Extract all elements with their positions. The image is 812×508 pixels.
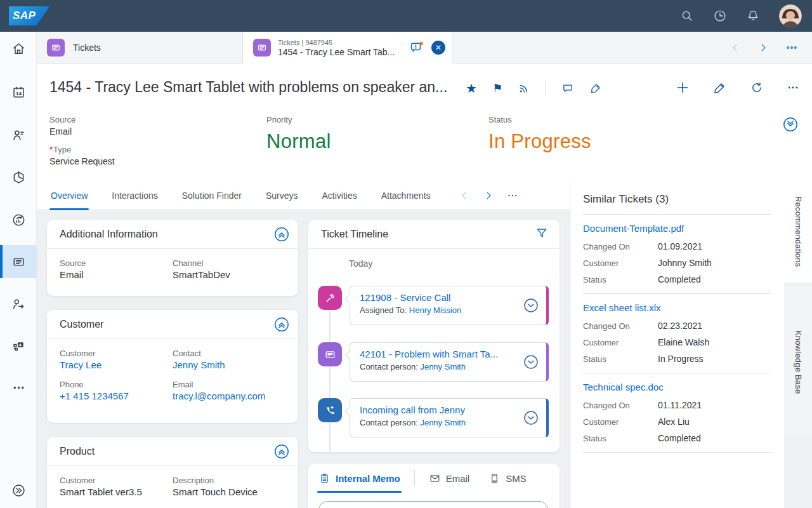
chat-icon[interactable] xyxy=(561,82,574,95)
row-value: Completed xyxy=(658,274,701,284)
priority-value: Normal xyxy=(266,130,331,153)
row-label: Status xyxy=(583,434,658,443)
tab-scroll-left-icon[interactable] xyxy=(730,42,741,53)
flag-icon[interactable]: ⚑ xyxy=(492,82,502,95)
collapse-card-button[interactable] xyxy=(273,316,290,333)
timeline-sub-link[interactable]: Jenny Smith xyxy=(420,362,466,371)
field-label: Contact xyxy=(173,349,285,358)
tab-surveys[interactable]: Surveys xyxy=(266,181,298,210)
row-label: Customer xyxy=(583,258,658,268)
field-label: Description xyxy=(173,476,285,485)
chevron-down-icon[interactable] xyxy=(523,297,539,314)
sidebar-item-home[interactable] xyxy=(0,32,37,65)
card-title: Product xyxy=(60,446,95,457)
sidebar-item-tickets[interactable] xyxy=(0,245,37,278)
rail-tab-recommendations[interactable]: Recommendations xyxy=(784,181,812,283)
tab-attachments[interactable]: Attachments xyxy=(381,181,431,210)
timeline-item-link[interactable]: 121908 - Service Call xyxy=(360,292,521,303)
object-header: 1454 - Tracy Lee Smart Tablet with probl… xyxy=(37,64,812,181)
tab-ticket-1454[interactable]: Tickets | 9487945 1454 - Tracy Lee Smart… xyxy=(243,32,452,64)
app-window: Overview Interactions Solution Finder Su… xyxy=(0,0,812,508)
row-value: In Progress xyxy=(658,354,704,364)
timeline-item-link[interactable]: 42101 - Problem with Smart Ta... xyxy=(360,349,521,359)
user-avatar[interactable] xyxy=(779,4,802,27)
search-icon[interactable] xyxy=(680,9,694,23)
chevron-down-icon[interactable] xyxy=(523,410,539,426)
tab-overflow-icon[interactable] xyxy=(785,41,798,54)
tab-activities[interactable]: Activities xyxy=(322,181,357,210)
timeline-item[interactable]: Incoming call from Jenny Contact person:… xyxy=(350,398,549,438)
timeline-sub-link[interactable]: Henry Mission xyxy=(409,305,461,315)
field-contact: Contact Jenny Smith xyxy=(173,349,285,370)
tabs-overflow-icon[interactable] xyxy=(507,190,518,201)
customer-link[interactable]: Tracy Lee xyxy=(60,359,173,370)
collapse-card-button[interactable] xyxy=(273,443,290,460)
sidebar-item-more[interactable] xyxy=(0,371,37,404)
field-label: Phone xyxy=(60,380,173,389)
row-label: Changed On xyxy=(583,242,658,251)
sidebar-expand-button[interactable] xyxy=(0,474,37,507)
chevron-down-icon[interactable] xyxy=(523,354,539,370)
field-customer: Customer Tracy Lee xyxy=(60,349,173,370)
divider xyxy=(414,470,415,486)
refresh-icon[interactable] xyxy=(750,81,764,95)
tab-alert-icon[interactable] xyxy=(409,40,424,55)
tag-icon[interactable] xyxy=(589,82,602,95)
calendar-icon: 14 xyxy=(11,85,26,100)
sidebar-item-visits[interactable] xyxy=(0,287,37,320)
edit-pencil-icon[interactable] xyxy=(713,81,727,95)
timeline-item-link[interactable]: Incoming call from Jenny xyxy=(360,404,521,415)
tab-overview[interactable]: Overview xyxy=(51,181,88,210)
recents-clock-icon[interactable] xyxy=(713,9,727,23)
tab-scroll-right-icon[interactable] xyxy=(757,42,769,53)
close-tab-icon[interactable]: ✕ xyxy=(431,41,445,55)
contact-link[interactable]: Jenny Smith xyxy=(173,359,285,370)
timeline-item[interactable]: 121908 - Service Call Assigned To: Henry… xyxy=(350,286,549,325)
tab-internal-memo[interactable]: Internal Memo xyxy=(318,464,400,493)
phone-link[interactable]: +1 415 1234567 xyxy=(60,391,173,401)
composer-card: Internal Memo Email SMS xyxy=(308,464,560,508)
timeline-sub-label: Assigned To: xyxy=(360,305,407,315)
expand-header-icon[interactable] xyxy=(782,116,799,133)
memo-input[interactable] xyxy=(318,501,548,508)
tab-interactions[interactable]: Interactions xyxy=(112,181,157,210)
row-value: 01.11.2021 xyxy=(658,400,702,410)
tab-email[interactable]: Email xyxy=(429,464,470,493)
row-value: Elaine Walsh xyxy=(658,337,709,347)
tabs-scroll-left-icon[interactable] xyxy=(459,190,470,201)
add-icon[interactable] xyxy=(675,80,690,95)
card-title: Additional Information xyxy=(60,229,158,240)
field-label: Channel xyxy=(173,258,285,268)
product-card: Product Customer Smart Tablet ver3.5 Des… xyxy=(47,437,298,508)
feed-rss-icon[interactable] xyxy=(518,82,530,95)
document-link[interactable]: Document-Template.pdf xyxy=(583,223,771,234)
sidebar-item-products[interactable] xyxy=(0,161,37,194)
tab-sms[interactable]: SMS xyxy=(488,464,527,493)
rail-tab-knowledge-base[interactable]: Knowledge Base xyxy=(784,286,812,438)
tabs-scroll-right-icon[interactable] xyxy=(483,190,494,201)
sap-logo: SAP xyxy=(9,6,49,25)
timeline-item[interactable]: 42101 - Problem with Smart Ta... Contact… xyxy=(350,342,549,382)
page-title: 1454 - Tracy Lee Smart Tablet with probl… xyxy=(49,79,447,96)
sidebar-item-contacts[interactable] xyxy=(0,118,37,151)
sidebar-item-analytics[interactable] xyxy=(0,203,37,236)
tab-tickets-list[interactable]: Tickets xyxy=(37,32,243,64)
timeline-sub-link[interactable]: Jenny Smith xyxy=(420,418,466,427)
filter-icon[interactable] xyxy=(535,226,551,243)
collapse-card-button[interactable] xyxy=(273,226,290,243)
status-value: In Progress xyxy=(488,130,591,153)
favorite-star-icon[interactable]: ★ xyxy=(466,82,477,95)
similar-ticket-item: Document-Template.pdf Changed On01.09.20… xyxy=(583,215,771,294)
tickets-badge-icon xyxy=(47,39,65,57)
field-value: Smart Touch Device xyxy=(173,486,285,497)
side-rail: Recommendations Knowledge Base xyxy=(784,181,812,508)
tab-solution-finder[interactable]: Solution Finder xyxy=(182,181,242,210)
sidebar-item-calendar[interactable]: 14 xyxy=(0,76,37,109)
document-link[interactable]: Technical spec.doc xyxy=(583,382,771,392)
document-link[interactable]: Excel sheet list.xlx xyxy=(583,302,771,313)
header-overflow-icon[interactable] xyxy=(787,81,799,94)
divider xyxy=(452,63,812,64)
notifications-bell-icon[interactable] xyxy=(746,9,760,23)
sidebar-item-library[interactable] xyxy=(0,330,37,363)
email-link[interactable]: tracy.l@company.com xyxy=(173,391,285,401)
